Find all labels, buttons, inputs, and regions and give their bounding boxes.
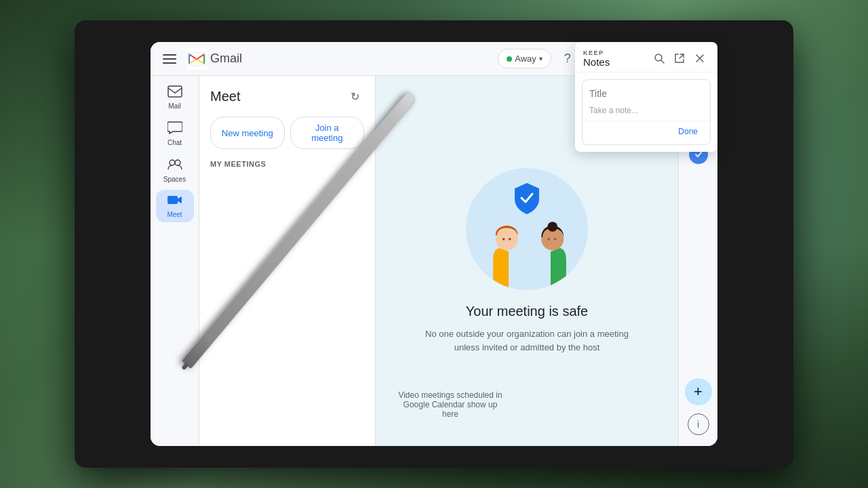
svg-point-19	[554, 238, 557, 241]
meeting-illustration	[466, 168, 588, 290]
svg-point-18	[547, 238, 550, 241]
sidebar-label-chat: Chat	[167, 139, 182, 146]
svg-point-11	[175, 160, 180, 165]
keep-header-icons	[650, 49, 709, 68]
hamburger-line-1	[163, 54, 176, 56]
gmail-logo: Gmail	[186, 48, 242, 70]
status-label: Away	[515, 54, 536, 64]
meeting-safe-title: Your meeting is safe	[466, 304, 588, 319]
keep-panel: KEEP Notes	[575, 42, 717, 152]
shield-badge	[512, 182, 542, 216]
close-icon	[695, 54, 705, 63]
svg-point-17	[547, 222, 557, 232]
calendar-hint: Video meetings scheduled in Google Calen…	[396, 390, 505, 419]
hamburger-button[interactable]	[159, 48, 180, 70]
new-meeting-button[interactable]: New meeting	[210, 117, 285, 149]
illustration-circle	[466, 168, 588, 290]
svg-point-15	[509, 238, 511, 241]
svg-point-10	[170, 160, 175, 165]
keep-close-button[interactable]	[690, 49, 709, 68]
svg-rect-12	[167, 196, 178, 204]
sidebar-item-chat[interactable]: Chat	[156, 117, 194, 150]
spaces-icon	[167, 157, 183, 174]
sidebar-item-meet[interactable]: Meet	[156, 190, 194, 222]
sidebar-label-meet: Meet	[167, 211, 182, 218]
sidebar-label-mail: Mail	[168, 102, 180, 110]
sidebar-item-spaces[interactable]: Spaces	[156, 153, 194, 187]
note-title-input[interactable]	[589, 88, 708, 99]
add-fab-button[interactable]: +	[685, 378, 712, 405]
meet-title: Meet	[210, 89, 240, 104]
refresh-button[interactable]: ↻	[345, 87, 364, 106]
note-card-icons	[708, 85, 711, 102]
note-done-button[interactable]: Done	[673, 124, 703, 139]
status-button[interactable]: Away ▾	[498, 49, 551, 68]
status-indicator	[507, 56, 512, 62]
svg-line-28	[661, 60, 664, 63]
external-link-icon	[674, 53, 685, 64]
sidebar-item-mail[interactable]: Mail	[156, 81, 194, 114]
keep-external-button[interactable]	[670, 49, 689, 68]
note-card-header	[583, 80, 710, 104]
chat-icon	[167, 121, 182, 138]
person-left	[485, 216, 532, 290]
svg-point-13	[496, 228, 518, 250]
note-done-row: Done	[583, 121, 710, 144]
gmail-logo-icon	[186, 48, 208, 70]
svg-rect-9	[168, 86, 182, 97]
meeting-safe-desc: No one outside your organization can joi…	[418, 327, 635, 354]
gmail-logo-text: Gmail	[210, 52, 242, 66]
sidebar-label-spaces: Spaces	[163, 176, 186, 183]
join-meeting-button[interactable]: Join a meeting	[290, 117, 365, 149]
keep-search-button[interactable]	[650, 49, 669, 68]
svg-point-14	[502, 238, 505, 241]
hamburger-line-3	[163, 62, 176, 64]
info-icon: i	[697, 419, 699, 430]
left-sidebar: Mail Chat	[151, 76, 199, 446]
keep-app-title: Notes	[583, 56, 610, 68]
mail-icon	[167, 85, 182, 101]
meet-icon	[167, 194, 183, 209]
keep-header: KEEP Notes	[575, 42, 717, 73]
plus-icon: +	[694, 384, 703, 399]
meet-buttons: New meeting Join a meeting	[199, 111, 375, 155]
note-body-placeholder[interactable]: Take a note...	[583, 104, 710, 121]
keep-brand: KEEP	[583, 49, 604, 56]
info-button[interactable]: i	[688, 413, 709, 435]
note-card: Take a note... Done	[582, 79, 711, 145]
meet-panel: Meet ↻ New meeting Join a meeting MY MEE…	[199, 76, 376, 446]
chevron-down-icon: ▾	[539, 55, 542, 62]
tablet-frame: Gmail Away ▾ ? ⚙ Google C	[75, 20, 793, 468]
meet-header: Meet ↻	[199, 76, 375, 111]
hamburger-line-2	[163, 58, 176, 60]
svg-line-29	[679, 54, 684, 58]
keep-logo-area: KEEP Notes	[583, 49, 610, 68]
search-icon	[654, 53, 665, 64]
note-more-button[interactable]	[708, 85, 711, 102]
person-right	[527, 216, 574, 290]
